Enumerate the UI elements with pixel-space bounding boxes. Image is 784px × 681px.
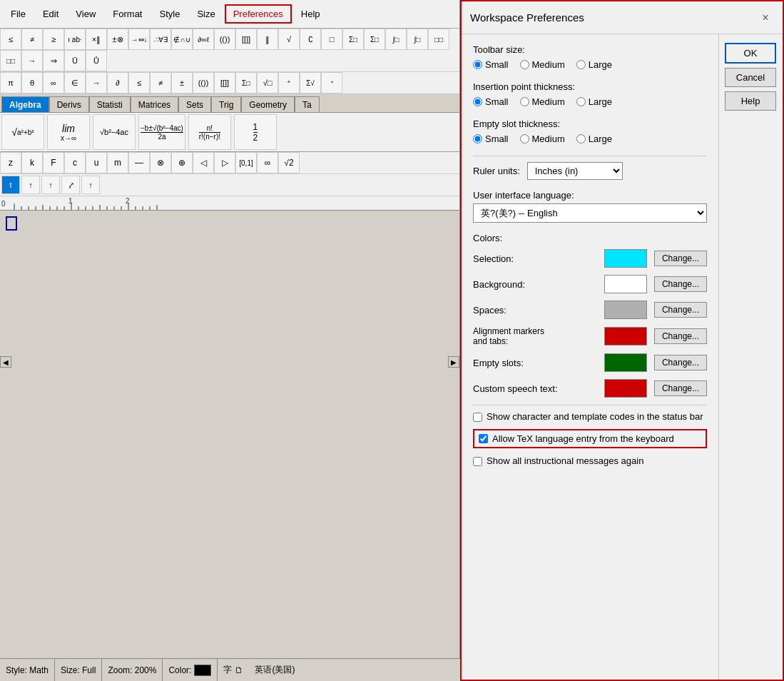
misc-interval[interactable]: [0,1] [235,152,257,173]
sym-arrow-r[interactable]: → [21,50,43,71]
tab-algebra[interactable]: Algebra [1,96,49,112]
sym-infty[interactable]: ∞ [43,72,64,94]
toolbar-size-medium[interactable]: Medium [520,59,565,70]
sym-neq2[interactable]: ≠ [150,72,171,94]
toolbar-size-large[interactable]: Large [576,59,612,70]
tab-derivs[interactable]: Derivs [49,96,89,112]
sym-square[interactable]: □ [321,29,342,50]
misc-dash[interactable]: — [128,152,150,173]
sym-paren2[interactable]: (()) [193,72,214,94]
sym-arrow-lr[interactable]: →⇔↓ [128,29,150,50]
sym-sigma2[interactable]: Σ□ [364,29,385,50]
misc-u[interactable]: u [86,152,107,173]
sym-imath[interactable]: ı ab· [64,29,86,50]
sym-norm[interactable]: ×‖ [86,29,107,50]
color-background-change[interactable]: Change... [654,276,707,292]
menu-file[interactable]: File [3,5,34,23]
sym-bracket2[interactable]: [[]] [214,72,235,94]
tab-statisti[interactable]: Statisti [89,96,131,112]
empty-slot-large[interactable]: Large [576,133,612,144]
formula-factorial[interactable]: n! r!(n−r)! [188,114,231,150]
sym-pi[interactable]: π [0,72,21,94]
sym-box1[interactable]: □□ [428,29,449,50]
empty-slot-medium[interactable]: Medium [520,133,565,144]
color-speech-change[interactable]: Change... [654,380,707,396]
misc-m[interactable]: m [107,152,128,173]
toolbar-size-small[interactable]: Small [473,59,509,70]
sym-notin-cap[interactable]: ∉∩∪ [171,29,193,50]
color-selection-change[interactable]: Change... [654,251,707,266]
empty-slot-small[interactable]: Small [473,133,509,144]
sym-box2[interactable]: □□ [0,50,21,71]
ui-lang-select[interactable]: 英?(美?) -- English [473,203,707,223]
sym-sqrt[interactable]: √ [278,29,300,50]
formula-sqrt-quad[interactable]: √b²−4ac [93,114,136,150]
insertion-small[interactable]: Small [473,96,509,107]
menu-help[interactable]: Help [293,5,328,23]
checkbox-tex-input[interactable] [479,434,488,443]
sym-therefore[interactable]: ∴∀∃ [150,29,171,50]
color-alignment-change[interactable]: Change... [654,328,707,344]
sym-ubar1[interactable]: Ū [64,50,86,71]
misc-sqrt2[interactable]: √2 [278,152,300,173]
sym-neq[interactable]: ≠ [21,29,43,50]
sym-geq[interactable]: ≥ [43,29,64,50]
sym-complement[interactable]: ∁ [300,29,321,50]
checkbox-show-codes-input[interactable] [473,413,482,422]
insertion-large[interactable]: Large [576,96,612,107]
tab-ta[interactable]: Ta [295,96,320,112]
ruler-units-select[interactable]: Inches (in) Centimeters (cm) Points (pt) [527,162,623,180]
tab-geometry[interactable]: Geometry [241,96,295,112]
size-up3[interactable]: ⤤ [61,176,80,194]
formula-lim[interactable]: lim x→∞ [47,114,90,150]
sym-bracket[interactable]: [[]] [235,29,257,50]
color-empty-slots-change[interactable]: Change... [654,355,707,370]
sym-leq[interactable]: ≤ [0,29,21,50]
misc-triangle-r[interactable]: ▷ [214,152,235,173]
sym-int1[interactable]: ∫□ [385,29,407,50]
size-up2[interactable]: ↑ [41,176,60,194]
sym-in[interactable]: ∈ [64,72,86,94]
size-up4[interactable]: ↑ [81,176,100,194]
sym-sqrt2[interactable]: √□ [257,72,278,94]
dialog-close-button[interactable]: × [757,9,774,26]
help-button[interactable]: Help [725,91,776,111]
tab-sets[interactable]: Sets [178,96,211,112]
misc-oplus[interactable]: ⊕ [171,152,193,173]
tab-matrices[interactable]: Matrices [131,96,178,112]
menu-size[interactable]: Size [189,5,223,23]
sym-sigma3[interactable]: Σ□ [235,72,257,94]
sym-theta[interactable]: θ [21,72,43,94]
size-t[interactable]: t [1,176,20,194]
menu-format[interactable]: Format [105,5,150,23]
sym-sigmau[interactable]: Σ√ [300,72,321,94]
sym-ubar2[interactable]: Ů [86,50,107,71]
misc-k[interactable]: k [21,152,43,173]
menu-view[interactable]: View [68,5,103,23]
sym-sigma1[interactable]: Σ□ [342,29,364,50]
sym-darrow[interactable]: ⇒ [43,50,64,71]
menu-style[interactable]: Style [151,5,188,23]
sym-int2[interactable]: ∫□ [407,29,428,50]
tab-trig[interactable]: Trig [211,96,241,112]
checkbox-show-messages-input[interactable] [473,457,482,466]
formula-fraction[interactable]: −b±√(b²−4ac) 2a [138,114,185,150]
sym-leq2[interactable]: ≤ [128,72,150,94]
misc-z[interactable]: z [0,152,21,173]
menu-preferences[interactable]: Preferences [225,4,292,24]
insertion-medium[interactable]: Medium [520,96,565,107]
sym-partial[interactable]: ∂∞ℓ [193,29,214,50]
sym-super[interactable]: ⁺ [278,72,300,94]
size-up1[interactable]: ↑ [21,176,40,194]
formula-sqrt-sum[interactable]: √a²+b² [1,114,44,150]
scroll-right[interactable]: ▶ [448,356,459,368]
misc-infty2[interactable]: ∞ [257,152,278,173]
sym-pm2[interactable]: ± [171,72,193,94]
sym-pm[interactable]: ±⊗ [107,29,128,50]
sym-partial2[interactable]: ∂ [107,72,128,94]
misc-otimes[interactable]: ⊗ [150,152,171,173]
color-spaces-change[interactable]: Change... [654,302,707,318]
misc-f[interactable]: F [43,152,64,173]
scroll-left[interactable]: ◀ [0,356,11,368]
formula-half[interactable]: 1 2 [234,114,277,150]
